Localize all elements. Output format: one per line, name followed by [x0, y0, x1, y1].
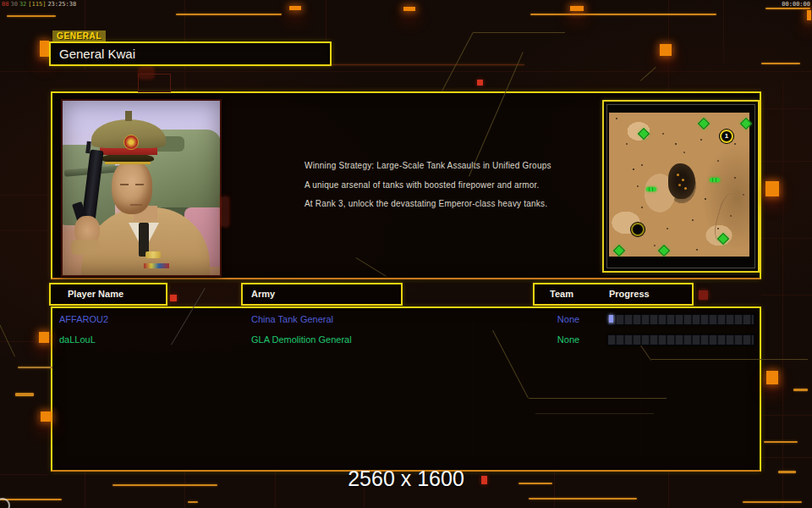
map-supply-marker — [658, 245, 670, 257]
player-name-header-box: Player Name — [49, 283, 167, 306]
hud-stat: 30 — [10, 1, 17, 8]
deco-grid — [0, 230, 49, 231]
deco-grid — [326, 0, 326, 42]
map-preview-image: 1 — [609, 113, 749, 257]
map-preview-panel: 1 — [602, 100, 760, 273]
resolution-label: 2560 x 1600 — [0, 467, 812, 491]
deco-grid — [761, 457, 812, 458]
deco-grid — [0, 341, 49, 342]
hud-clock: 23:25:38 — [47, 1, 76, 8]
player-list-panel: AFFAROU2 China Tank General None daLLouL… — [51, 306, 761, 472]
player-army: China Tank General — [251, 311, 333, 328]
hud-stats-overlay: 083032[115]23:25:38 — [2, 1, 78, 8]
map-unit-marker — [646, 187, 656, 191]
hud-stat: [115] — [28, 1, 46, 8]
deco-grid — [668, 0, 669, 91]
team-header: Team — [550, 284, 573, 304]
progress-bar — [607, 334, 754, 345]
player-name-header: Player Name — [68, 284, 123, 304]
player-row: AFFAROU2 China Tank General None — [52, 311, 760, 328]
team-progress-header-box: Team Progress — [533, 283, 694, 306]
deco-grid — [761, 238, 812, 239]
deco-grid — [782, 81, 783, 508]
player-team: None — [543, 331, 594, 348]
player-row: daLLouL GLA Demolition General None — [52, 331, 760, 348]
hud-stat: 08 — [2, 1, 8, 8]
army-header: Army — [251, 284, 275, 304]
general-info-panel: Winning Strategy: Large-Scale Tank Assau… — [51, 91, 761, 279]
map-supply-marker — [638, 128, 650, 140]
progress-bar — [607, 314, 754, 325]
deco-grid — [761, 415, 812, 416]
player-name: daLLouL — [59, 331, 96, 348]
deco-grid — [761, 108, 812, 109]
player-army: GLA Demolition General — [251, 331, 352, 348]
deco-grid — [0, 71, 812, 72]
hud-stat: 32 — [19, 1, 26, 8]
strategy-line: A unique arsenal of tanks with boosted f… — [304, 180, 540, 190]
map-unit-marker — [710, 178, 720, 182]
deco-grid — [723, 0, 724, 64]
map-start-position-marker: 1 — [720, 130, 733, 143]
map-supply-marker — [698, 118, 710, 130]
player-team: None — [543, 311, 594, 328]
strategy-line: Winning Strategy: Large-Scale Tank Assau… — [304, 161, 551, 170]
strategy-line: At Rank 3, unlock the devastating Empero… — [304, 199, 547, 208]
progress-fill — [609, 315, 613, 323]
map-open-position-marker — [631, 223, 645, 236]
general-name: General Kwai — [59, 43, 135, 64]
map-supply-marker — [613, 245, 625, 257]
deco-grid — [761, 295, 812, 295]
general-name-box: General Kwai — [49, 41, 332, 66]
progress-header: Progress — [609, 284, 650, 304]
deco-grid — [0, 195, 49, 196]
deco-grid — [761, 161, 812, 162]
map-center-rocks — [668, 163, 695, 199]
player-name: AFFAROU2 — [59, 311, 108, 328]
general-tab-label: GENERAL — [52, 30, 106, 41]
army-header-box: Army — [241, 283, 403, 306]
hud-timer: 00:00:00 — [782, 1, 810, 8]
general-portrait — [61, 99, 222, 277]
